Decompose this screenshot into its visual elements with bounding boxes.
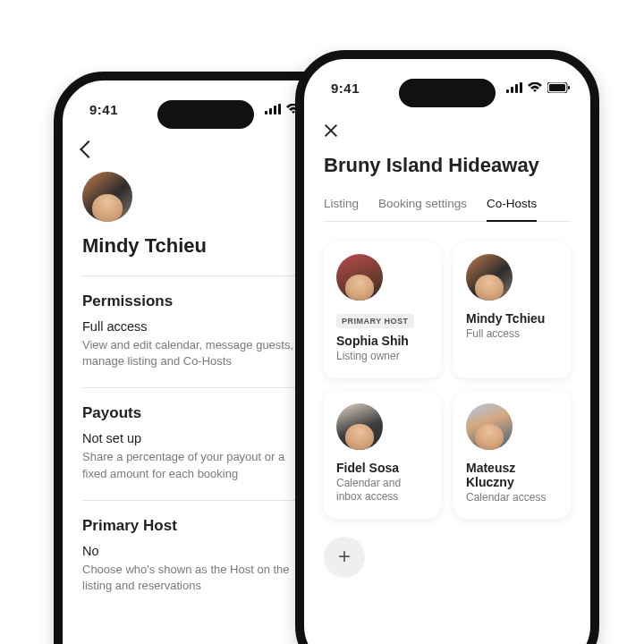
- section-status: Not set up: [82, 431, 329, 445]
- primary-host-badge: PRIMARY HOST: [336, 314, 414, 328]
- cellular-icon: [265, 104, 281, 114]
- cohost-role: Full access: [466, 327, 558, 342]
- svg-rect-9: [515, 84, 518, 93]
- cohost-name: Fidel Sosa: [336, 461, 428, 475]
- tab-booking-settings[interactable]: Booking settings: [378, 193, 467, 221]
- tab-cohosts[interactable]: Co-Hosts: [487, 193, 537, 221]
- avatar: [466, 254, 513, 301]
- cohost-role: Calendar access: [466, 491, 558, 505]
- profile-name: Mindy Tchieu: [82, 234, 329, 258]
- status-bar: 9:41: [304, 59, 590, 116]
- avatar: [336, 254, 383, 301]
- tab-bar: Listing Booking settings Co-Hosts: [324, 193, 571, 222]
- cohost-card[interactable]: PRIMARY HOST Sophia Shih Listing owner: [324, 242, 441, 378]
- wifi-icon: [528, 82, 542, 93]
- section-description: Share a percentage of your payout or a f…: [82, 449, 306, 481]
- cohost-role: Listing owner: [336, 350, 428, 364]
- tab-listing[interactable]: Listing: [324, 193, 359, 221]
- section-permissions[interactable]: Permissions Full access View and edit ca…: [82, 276, 329, 387]
- cohost-card[interactable]: Fidel Sosa Calendar and inbox access: [324, 391, 441, 520]
- section-primary-host[interactable]: Primary Host No Choose who's shown as th…: [82, 501, 329, 612]
- section-status: Full access: [82, 319, 329, 334]
- svg-rect-8: [511, 87, 513, 93]
- section-title: Primary Host: [82, 517, 329, 535]
- chevron-left-icon: [80, 140, 97, 158]
- svg-rect-7: [506, 89, 509, 93]
- section-payouts[interactable]: Payouts Not set up Share a percentage of…: [82, 388, 329, 499]
- cohost-name: Mateusz Kluczny: [466, 461, 558, 489]
- cellular-icon: [506, 82, 522, 93]
- svg-rect-12: [549, 84, 565, 91]
- cohost-name: Sophia Shih: [336, 334, 428, 348]
- avatar: [466, 403, 513, 450]
- status-time: 9:41: [89, 102, 118, 117]
- close-button[interactable]: [324, 123, 338, 138]
- plus-icon: +: [338, 546, 351, 567]
- avatar: [336, 403, 383, 450]
- status-time: 9:41: [331, 80, 360, 96]
- svg-rect-2: [274, 106, 276, 114]
- cohost-card[interactable]: Mindy Tchieu Full access: [453, 242, 571, 378]
- cohost-name: Mindy Tchieu: [466, 311, 558, 326]
- back-button[interactable]: [82, 143, 329, 156]
- svg-rect-13: [568, 86, 570, 89]
- svg-rect-3: [278, 104, 281, 114]
- status-icons: [506, 82, 571, 93]
- svg-rect-1: [269, 108, 272, 114]
- section-title: Permissions: [82, 292, 329, 310]
- svg-rect-0: [265, 111, 267, 114]
- section-title: Payouts: [82, 404, 329, 422]
- cohost-role: Calendar and inbox access: [336, 477, 428, 504]
- profile-avatar[interactable]: [82, 172, 132, 222]
- page-title: Bruny Island Hideaway: [324, 154, 571, 177]
- section-description: View and edit calendar, message guests, …: [82, 337, 306, 369]
- cohost-grid: PRIMARY HOST Sophia Shih Listing owner M…: [324, 242, 571, 578]
- phone-cohosts: 9:41 Bruny Island Hideaway Listing Booki…: [295, 50, 599, 644]
- add-cohost-button[interactable]: +: [324, 537, 365, 578]
- section-status: No: [82, 544, 329, 558]
- cohost-card[interactable]: Mateusz Kluczny Calendar access: [453, 391, 571, 520]
- battery-icon: [547, 82, 571, 93]
- section-description: Choose who's shown as the Host on the li…: [82, 562, 306, 594]
- svg-rect-10: [520, 82, 522, 93]
